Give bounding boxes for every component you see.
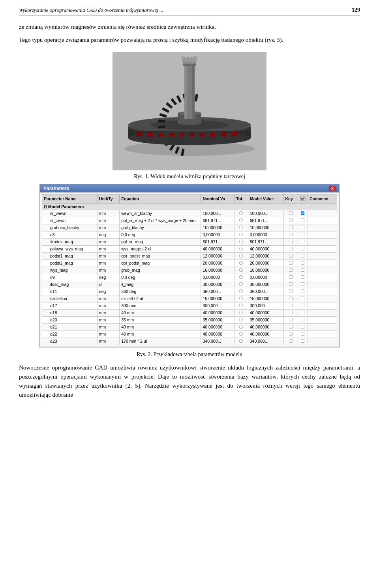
param-chk[interactable] (298, 238, 308, 245)
param-name: śr_zewn (42, 217, 98, 224)
param-chk[interactable] (298, 338, 308, 345)
param-tol[interactable] (235, 217, 248, 224)
param-equation: grub_blachy (120, 224, 201, 231)
table-row: d3 deg 0,0 deg 0,000000 0,000000 (42, 231, 337, 238)
param-name: d11 (42, 288, 98, 295)
page-header: Wykorzystanie oprogramowania CAD do twor… (19, 7, 360, 15)
param-chk[interactable] (298, 231, 308, 238)
param-equation: 40 mm (120, 330, 201, 338)
param-chk[interactable] (298, 281, 308, 288)
param-key-chk[interactable] (283, 231, 298, 238)
param-chk[interactable] (298, 267, 308, 274)
param-chk[interactable] (298, 210, 308, 217)
param-tol[interactable] (235, 281, 248, 288)
param-chk[interactable] (298, 295, 308, 302)
param-model-val: 30,000000 (248, 281, 283, 288)
param-key-chk[interactable] (283, 267, 298, 274)
bottom-text: Nowoczesne oprogramowanie CAD umożliwia … (19, 363, 360, 400)
param-key-chk[interactable] (283, 281, 298, 288)
param-nominal: 15,000000 (201, 295, 235, 302)
param-key-chk[interactable] (283, 338, 298, 345)
param-comment (308, 267, 337, 274)
group-header-label: ⊟ Model Parameters (42, 203, 337, 210)
param-chk[interactable] (298, 259, 308, 267)
cad-model-image (113, 52, 266, 170)
param-tol[interactable] (235, 309, 248, 316)
param-key-chk[interactable] (283, 245, 298, 252)
param-tol[interactable] (235, 295, 248, 302)
param-key-chk[interactable] (283, 259, 298, 267)
param-tol[interactable] (235, 245, 248, 252)
param-chk[interactable] (298, 252, 308, 259)
param-tol[interactable] (235, 210, 248, 217)
param-model-val: 12,000000 (248, 252, 283, 259)
param-tol[interactable] (235, 224, 248, 231)
param-tol[interactable] (235, 302, 248, 309)
param-tol[interactable] (235, 338, 248, 345)
param-chk[interactable] (298, 217, 308, 224)
dialog-close-button[interactable]: x (329, 186, 336, 191)
param-key-chk[interactable] (283, 288, 298, 295)
param-key-chk[interactable] (283, 224, 298, 231)
figure-1-caption: Rys. 1. Widok modelu wirnika prądnicy ta… (134, 174, 245, 180)
param-chk[interactable] (298, 309, 308, 316)
param-model-val: 0,000000 (248, 231, 283, 238)
param-chk[interactable] (298, 274, 308, 281)
param-tol[interactable] (235, 259, 248, 267)
param-key-chk[interactable] (283, 302, 298, 309)
param-model-val: 40,000000 (248, 323, 283, 330)
param-nominal: 35,000000 (201, 316, 235, 323)
param-key-chk[interactable] (283, 330, 298, 338)
param-chk[interactable] (298, 245, 308, 252)
param-key-chk[interactable] (283, 252, 298, 259)
param-unit: mm (97, 252, 119, 259)
param-tol[interactable] (235, 238, 248, 245)
param-key-chk[interactable] (283, 316, 298, 323)
param-tol[interactable] (235, 330, 248, 338)
svg-rect-30 (180, 133, 184, 137)
param-nominal: 0,000000 (201, 274, 235, 281)
param-tol[interactable] (235, 288, 248, 295)
table-header-row: Parameter Name Unit/Ty Equation Nominal … (42, 194, 337, 203)
param-tol[interactable] (235, 316, 248, 323)
param-chk[interactable] (298, 224, 308, 231)
param-key-chk[interactable] (283, 238, 298, 245)
param-tol[interactable] (235, 267, 248, 274)
param-equation: 40 mm (120, 323, 201, 330)
param-key-chk[interactable] (283, 309, 298, 316)
svg-rect-27 (147, 133, 153, 137)
param-key-chk[interactable] (283, 295, 298, 302)
param-name: ilosc_mag (42, 281, 98, 288)
col-unit: Unit/Ty (97, 194, 119, 203)
param-tol[interactable] (235, 252, 248, 259)
param-tol[interactable] (235, 323, 248, 330)
param-chk[interactable] (298, 302, 308, 309)
svg-rect-15 (158, 119, 165, 122)
param-tol[interactable] (235, 274, 248, 281)
param-key-chk[interactable] (283, 323, 298, 330)
param-chk[interactable] (298, 288, 308, 295)
param-equation: 0,0 deg (120, 274, 201, 281)
param-chk[interactable] (298, 330, 308, 338)
param-key-chk[interactable] (283, 217, 298, 224)
param-unit: mm (97, 259, 119, 267)
col-tol: Tol. (235, 194, 248, 203)
param-nominal: 16,000000 (201, 267, 235, 274)
param-chk[interactable] (298, 323, 308, 330)
figure-2-caption: Rys. 2. Przykładowa tabela parametrów mo… (19, 351, 360, 358)
param-name: d18 (42, 309, 98, 316)
param-model-val: 0,000000 (248, 274, 283, 281)
param-chk[interactable] (298, 316, 308, 323)
param-unit: mm (97, 217, 119, 224)
param-nominal: 40,000000 (201, 330, 235, 338)
param-model-val: 10,000000 (248, 224, 283, 231)
param-key-chk[interactable] (283, 274, 298, 281)
param-model-val: 35,000000 (248, 316, 283, 323)
paragraph-1: ze zmianą wymiarów magnesów zmienia się … (19, 22, 360, 32)
param-model-val: 100,000... (248, 210, 283, 217)
param-key-chk[interactable] (283, 210, 298, 217)
param-model-val: 501,971... (248, 238, 283, 245)
param-tol[interactable] (235, 231, 248, 238)
param-model-val: 40,000000 (248, 309, 283, 316)
param-equation: pol_sr_mag + 2 ul * wys_mage + 20 mm (120, 217, 201, 224)
